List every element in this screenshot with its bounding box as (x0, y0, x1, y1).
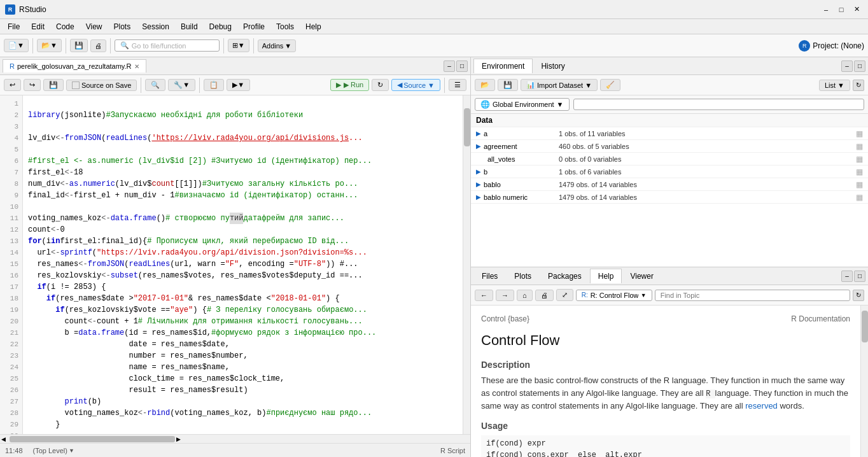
editor-horizontal-scrollbar[interactable]: ◀ ▶ (0, 434, 470, 443)
back-button[interactable]: ← (475, 290, 493, 301)
expand-env-button[interactable]: □ (854, 60, 865, 72)
collapse-viewer-button[interactable]: – (841, 271, 853, 282)
menu-item-tools[interactable]: Tools (271, 21, 299, 32)
hscroll-thumb[interactable] (10, 436, 175, 442)
scroll-left-icon[interactable]: ◀ (1, 436, 6, 442)
source-on-save-checkbox[interactable]: Source on Save (66, 80, 137, 91)
undo-button[interactable]: ↩ (4, 79, 21, 91)
var-grid-agreement[interactable]: ▦ (856, 142, 863, 151)
var-grid-bablo-numeric[interactable]: ▦ (856, 193, 863, 202)
var-value-all-votes: 0 obs. of 0 variables (559, 155, 856, 163)
menu-item-file[interactable]: File (3, 21, 25, 32)
zoom-button[interactable]: ⤢ (556, 289, 573, 301)
refresh-env-button[interactable]: ↻ (853, 80, 864, 91)
goto-file-input[interactable]: 🔍 Go to file/function (115, 39, 220, 52)
forward-button[interactable]: → (496, 290, 514, 301)
close-button[interactable]: ✕ (850, 4, 863, 15)
find-button[interactable]: 🔍 (145, 79, 165, 91)
close-tab-button[interactable]: ✕ (134, 63, 139, 70)
import-dataset-button[interactable]: 📊 Import Dataset ▼ (521, 79, 598, 91)
code-line-4: lv_div <- fromJSON(readLines('https://lv… (28, 132, 458, 144)
home-button[interactable]: ⌂ (517, 290, 533, 301)
viewer-panel-controls: – □ (841, 271, 865, 282)
var-name-agreement: ▶ agreement (476, 143, 559, 150)
menu-item-session[interactable]: Session (137, 21, 174, 32)
titlebar: R RStudio – □ ✕ (0, 0, 868, 19)
tab-history[interactable]: History (533, 59, 573, 73)
addins-button[interactable]: Addins ▼ (258, 39, 297, 52)
var-grid-bablo[interactable]: ▦ (856, 180, 863, 189)
minimize-button[interactable]: – (820, 4, 832, 15)
print-button[interactable]: 🖨 (90, 39, 106, 52)
editor-tab-main[interactable]: R perelik_golosuvan_za_rezultatamy.R ✕ (3, 59, 146, 73)
env-row-b[interactable]: ▶ b 1 obs. of 6 variables ▦ (471, 165, 868, 178)
grid-layout-button[interactable]: ⊞▼ (228, 39, 249, 52)
addins-arrow-icon: ▼ (284, 42, 291, 50)
save-button[interactable]: 💾 (70, 39, 88, 52)
menu-item-profile[interactable]: Profile (238, 21, 270, 32)
menu-item-help[interactable]: Help (300, 21, 326, 32)
menu-item-view[interactable]: View (81, 21, 108, 32)
collapse-editor-button[interactable]: – (444, 60, 455, 72)
toolbar-separator-2 (66, 38, 66, 53)
line-num-10: 10 (0, 201, 22, 213)
tab-packages[interactable]: Packages (540, 269, 590, 283)
save-script-button[interactable]: 💾 (43, 79, 64, 91)
expand-viewer-button[interactable]: □ (854, 271, 865, 282)
tab-files[interactable]: Files (473, 269, 506, 283)
find-in-topic-input[interactable] (655, 290, 850, 301)
menu-item-edit[interactable]: Edit (26, 21, 50, 32)
load-workspace-button[interactable]: 📂 (475, 79, 495, 91)
global-env-dropdown[interactable]: 🌐 Global Environment ▼ (475, 98, 570, 111)
source-button[interactable]: ◀ Source ▼ (391, 79, 440, 91)
redo-button[interactable]: ↪ (24, 79, 41, 91)
reserved-link[interactable]: reserved (745, 401, 778, 411)
env-row-bablo[interactable]: ▶ bablo 1479 obs. of 14 variables ▦ (471, 178, 868, 191)
new-file-button[interactable]: 📄▼ (4, 39, 29, 52)
menu-item-code[interactable]: Code (51, 21, 80, 32)
env-row-a[interactable]: ▶ a 1 obs. of 11 variables ▦ (471, 127, 868, 140)
tab-plots[interactable]: Plots (506, 269, 540, 283)
env-list-button[interactable]: List ▼ (819, 80, 850, 91)
control-flow-dropdown[interactable]: R: R: Control Flow ▼ (576, 290, 652, 301)
collapse-env-button[interactable]: – (841, 60, 853, 72)
menu-item-plots[interactable]: Plots (109, 21, 136, 32)
viewer-vertical-scrollbar[interactable] (860, 306, 868, 457)
env-search-input[interactable] (573, 99, 865, 110)
open-file-button[interactable]: 📂▼ (37, 39, 62, 52)
maximize-button[interactable]: □ (835, 4, 848, 15)
var-grid-a[interactable]: ▦ (856, 129, 863, 138)
viewer-scroll-thumb[interactable] (862, 311, 868, 342)
tab-environment[interactable]: Environment (473, 59, 533, 73)
tab-help[interactable]: Help (590, 269, 622, 283)
env-row-agreement[interactable]: ▶ agreement 460 obs. of 5 variables ▦ (471, 140, 868, 153)
level-dropdown-icon[interactable]: ▼ (69, 447, 74, 454)
code-line-25: clock_time = res_names$clock_time, (28, 373, 458, 384)
code-tools-button[interactable]: 🔧▼ (168, 79, 195, 91)
list-button[interactable]: ☰ (449, 79, 466, 91)
var-arrow-a: ▶ (476, 130, 481, 137)
var-grid-b[interactable]: ▦ (856, 167, 863, 176)
publish-button[interactable]: ▶▼ (227, 79, 250, 91)
var-arrow-agreement: ▶ (476, 143, 481, 150)
env-row-all-votes[interactable]: all_votes 0 obs. of 0 variables ▦ (471, 153, 868, 165)
editor-vertical-scrollbar[interactable] (463, 95, 470, 434)
menu-item-build[interactable]: Build (176, 21, 203, 32)
menu-item-debug[interactable]: Debug (204, 21, 237, 32)
global-env-label: Global Environment (493, 101, 554, 108)
editor-scroll-thumb[interactable] (464, 108, 470, 146)
viewer-scroll-container[interactable]: Control {base} R Documentation Control F… (471, 306, 860, 457)
env-row-bablo-numeric[interactable]: ▶ bablo numeric 1479 obs. of 14 variable… (471, 191, 868, 204)
save-workspace-button[interactable]: 💾 (498, 79, 518, 91)
print-help-button[interactable]: 🖨 (535, 290, 554, 301)
compile-button[interactable]: 📋 (204, 79, 224, 91)
run-button[interactable]: ▶ ▶ Run (330, 79, 369, 91)
code-content[interactable]: library(jsonlite) #Запускаємо необхідні … (23, 95, 463, 434)
expand-editor-button[interactable]: □ (456, 60, 468, 72)
refresh-help-button[interactable]: ↻ (853, 290, 864, 301)
scroll-right-icon[interactable]: ▶ (176, 436, 181, 442)
var-grid-all-votes[interactable]: ▦ (856, 155, 863, 164)
tab-viewer[interactable]: Viewer (622, 269, 661, 283)
clear-env-button[interactable]: 🧹 (600, 79, 620, 91)
rerun-button[interactable]: ↻ (372, 79, 389, 91)
